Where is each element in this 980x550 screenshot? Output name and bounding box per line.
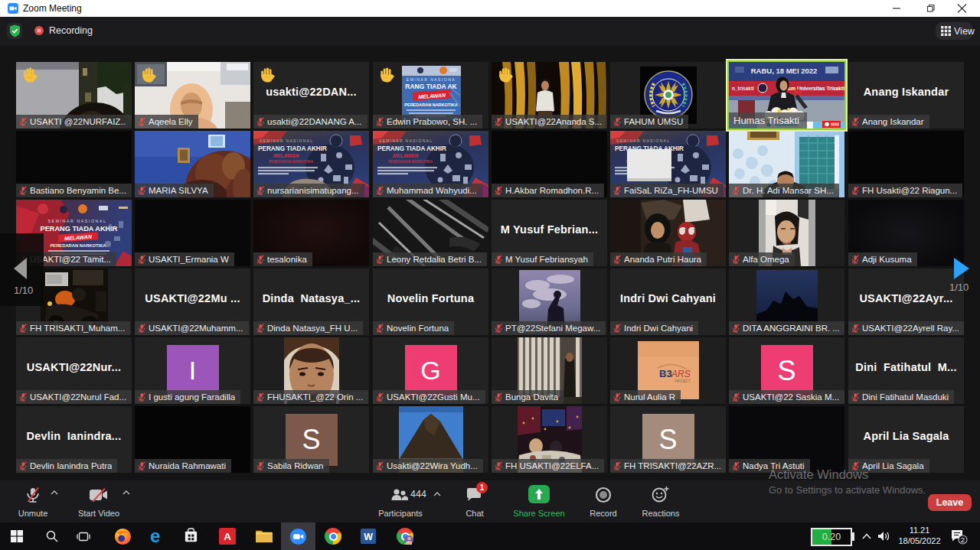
svg-text:PERANG TIADA AKHIR: PERANG TIADA AKHIR	[377, 145, 446, 152]
svg-text:SEMINAR NASIONAL: SEMINAR NASIONAL	[616, 138, 670, 143]
svg-text:PEREDARAN NARKOTIKA: PEREDARAN NARKOTIKA	[404, 103, 457, 107]
svg-text:RABU, 18 MEI 2022: RABU, 18 MEI 2022	[751, 67, 818, 75]
svg-text:A: A	[224, 531, 231, 542]
svg-text:PENEGAKAN NARKOTIKA: PENEGAKAN NARKOTIKA	[388, 160, 433, 164]
svg-text:SEMINAR NASIONAL: SEMINAR NASIONAL	[260, 138, 313, 143]
svg-text:RANG TIADA AK: RANG TIADA AK	[405, 83, 457, 90]
svg-text:ARS: ARS	[671, 369, 691, 379]
svg-text:MELAWAN: MELAWAN	[393, 153, 419, 158]
svg-text:SEMINAR NASIONAL: SEMINAR NASIONAL	[48, 219, 107, 223]
svg-text:PENEGAKAN NARKOTIKA: PENEGAKAN NARKOTIKA	[269, 160, 314, 164]
svg-text:PERANG TIADA AKHIR: PERANG TIADA AKHIR	[41, 225, 118, 233]
svg-text:PEREDARAN NARKOTIKA: PEREDARAN NARKOTIKA	[50, 243, 106, 248]
svg-text:PERANG TIADA AKHIR: PERANG TIADA AKHIR	[258, 145, 327, 152]
svg-text:n_trisakti: n_trisakti	[732, 86, 754, 91]
svg-text:W: W	[364, 532, 373, 542]
svg-text:EMINAR NASIONA: EMINAR NASIONA	[407, 77, 456, 82]
svg-text:2: 2	[961, 535, 965, 544]
svg-text:B3: B3	[659, 368, 672, 379]
svg-text:MELAWAN: MELAWAN	[273, 153, 299, 158]
svg-text:PROJECT: PROJECT	[675, 379, 691, 383]
svg-text:SEMINAR NASIONAL: SEMINAR NASIONAL	[379, 138, 433, 143]
